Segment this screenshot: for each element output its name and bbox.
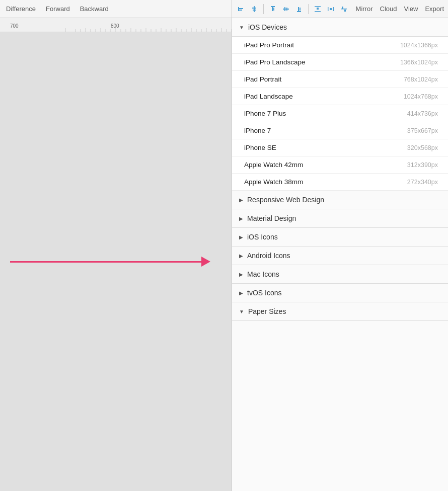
- tvos-icons-triangle: ▶: [239, 290, 243, 296]
- iphone7plus-item[interactable]: iPhone 7 Plus 414x736px: [232, 105, 448, 122]
- ipad-pro-portrait-item[interactable]: iPad Pro Portrait 1024x1366px: [232, 37, 448, 54]
- toolbar-right: Mirror Cloud View Export: [232, 0, 448, 18]
- arrow-head: [201, 257, 210, 267]
- android-icons-triangle: ▶: [239, 253, 243, 259]
- distribute-top-button[interactable]: [313, 3, 323, 16]
- ipad-pro-landscape-item[interactable]: iPad Pro Landscape 1366x1024px: [232, 54, 448, 71]
- ipad-pro-portrait-size: 1024x1366px: [400, 42, 438, 49]
- align-center-h-button[interactable]: [249, 3, 259, 16]
- svg-rect-14: [300, 8, 301, 11]
- apple-watch-38-size: 272x340px: [407, 179, 438, 186]
- canvas-area: 700 800: [0, 18, 232, 491]
- tvos-icons-label: tvOS Icons: [247, 289, 281, 297]
- ipad-portrait-item[interactable]: iPad Portrait 768x1024px: [232, 71, 448, 88]
- ipad-portrait-name: iPad Portrait: [244, 75, 281, 83]
- difference-label[interactable]: Difference: [6, 5, 36, 13]
- arrow-line: [10, 261, 201, 263]
- iphonese-size: 320x568px: [407, 144, 438, 151]
- ipad-pro-portrait-name: iPad Pro Portrait: [244, 41, 294, 49]
- toolbar: Difference Forward Backward: [0, 0, 448, 18]
- responsive-web-header[interactable]: ▶ Responsive Web Design: [232, 191, 448, 209]
- android-icons-header[interactable]: ▶ Android Icons: [232, 247, 448, 265]
- svg-rect-1: [239, 8, 243, 9]
- iphone7plus-name: iPhone 7 Plus: [244, 110, 286, 117]
- toolbar-divider-1: [263, 4, 264, 14]
- material-design-header[interactable]: ▶ Material Design: [232, 209, 448, 228]
- mac-icons-triangle: ▶: [239, 272, 243, 277]
- ios-icons-triangle: ▶: [239, 234, 243, 240]
- ipad-pro-landscape-size: 1366x1024px: [400, 59, 438, 66]
- mac-icons-label: Mac Icons: [247, 270, 279, 278]
- svg-rect-9: [283, 9, 289, 10]
- toolbar-left: Difference Forward Backward: [0, 5, 232, 13]
- svg-rect-11: [286, 8, 287, 11]
- svg-rect-18: [328, 7, 329, 11]
- svg-rect-12: [297, 11, 301, 12]
- responsive-web-label: Responsive Web Design: [247, 196, 324, 204]
- ruler: 700 800: [0, 18, 232, 32]
- responsive-web-triangle: ▶: [239, 197, 243, 203]
- svg-rect-15: [315, 6, 321, 7]
- svg-rect-20: [330, 8, 332, 10]
- svg-rect-10: [284, 7, 285, 11]
- toolbar-divider-2: [308, 4, 309, 14]
- iphone7-item[interactable]: iPhone 7 375x667px: [232, 122, 448, 139]
- distribute-v-button[interactable]: [339, 3, 349, 16]
- svg-rect-23: [344, 10, 346, 12]
- distribute-h-button[interactable]: [326, 3, 336, 16]
- iphonese-item[interactable]: iPhone SE 320x568px: [232, 139, 448, 156]
- apple-watch-42-item[interactable]: Apple Watch 42mm 312x390px: [232, 156, 448, 174]
- arrow-container: [0, 257, 232, 267]
- svg-rect-0: [238, 7, 239, 11]
- right-panel: ▼ iOS Devices iPad Pro Portrait 1024x136…: [232, 18, 448, 491]
- ios-icons-label: iOS Icons: [247, 233, 278, 241]
- ios-icons-header[interactable]: ▶ iOS Icons: [232, 228, 448, 247]
- material-design-label: Material Design: [247, 214, 296, 222]
- svg-rect-19: [333, 7, 334, 11]
- svg-rect-13: [298, 7, 299, 11]
- paper-sizes-triangle: ▼: [239, 309, 244, 314]
- svg-rect-7: [272, 7, 273, 11]
- paper-sizes-header[interactable]: ▼ Paper Sizes: [232, 302, 448, 321]
- ios-devices-triangle: ▼: [239, 25, 244, 30]
- arrow: [10, 257, 210, 267]
- material-design-triangle: ▶: [239, 216, 243, 221]
- apple-watch-38-name: Apple Watch 38mm: [244, 178, 303, 186]
- ipad-landscape-name: iPad Landscape: [244, 93, 293, 100]
- iphone7-size: 375x667px: [407, 127, 438, 134]
- svg-rect-17: [317, 8, 319, 10]
- svg-rect-8: [273, 8, 274, 11]
- ios-devices-label: iOS Devices: [248, 23, 287, 31]
- svg-rect-4: [252, 8, 256, 9]
- view-label[interactable]: View: [404, 5, 418, 13]
- ipad-portrait-size: 768x1024px: [404, 76, 438, 83]
- align-left-button[interactable]: [236, 3, 246, 16]
- svg-rect-3: [254, 6, 255, 12]
- svg-rect-2: [239, 10, 242, 11]
- forward-label[interactable]: Forward: [46, 5, 70, 13]
- svg-rect-16: [315, 11, 321, 12]
- svg-rect-5: [253, 10, 256, 11]
- export-label[interactable]: Export: [425, 5, 444, 13]
- svg-rect-22: [342, 7, 343, 9]
- apple-watch-38-item[interactable]: Apple Watch 38mm 272x340px: [232, 174, 448, 191]
- backward-label[interactable]: Backward: [80, 5, 109, 13]
- mirror-label[interactable]: Mirror: [356, 5, 373, 13]
- mac-icons-header[interactable]: ▶ Mac Icons: [232, 265, 448, 284]
- ipad-landscape-size: 1024x768px: [404, 93, 438, 100]
- align-top-button[interactable]: [268, 3, 278, 16]
- tvos-icons-header[interactable]: ▶ tvOS Icons: [232, 284, 448, 302]
- align-bottom-button[interactable]: [294, 3, 304, 16]
- svg-rect-21: [341, 9, 347, 10]
- align-middle-button[interactable]: [281, 3, 291, 16]
- paper-sizes-label: Paper Sizes: [248, 307, 286, 315]
- apple-watch-42-size: 312x390px: [407, 161, 438, 169]
- ios-devices-header[interactable]: ▼ iOS Devices: [232, 18, 448, 37]
- android-icons-label: Android Icons: [247, 252, 290, 260]
- ios-devices-list: iPad Pro Portrait 1024x1366px iPad Pro L…: [232, 37, 448, 191]
- ipad-landscape-item[interactable]: iPad Landscape 1024x768px: [232, 88, 448, 105]
- apple-watch-42-name: Apple Watch 42mm: [244, 161, 303, 169]
- main-area: 700 800: [0, 18, 448, 491]
- ipad-pro-landscape-name: iPad Pro Landscape: [244, 58, 306, 66]
- cloud-label[interactable]: Cloud: [380, 5, 397, 13]
